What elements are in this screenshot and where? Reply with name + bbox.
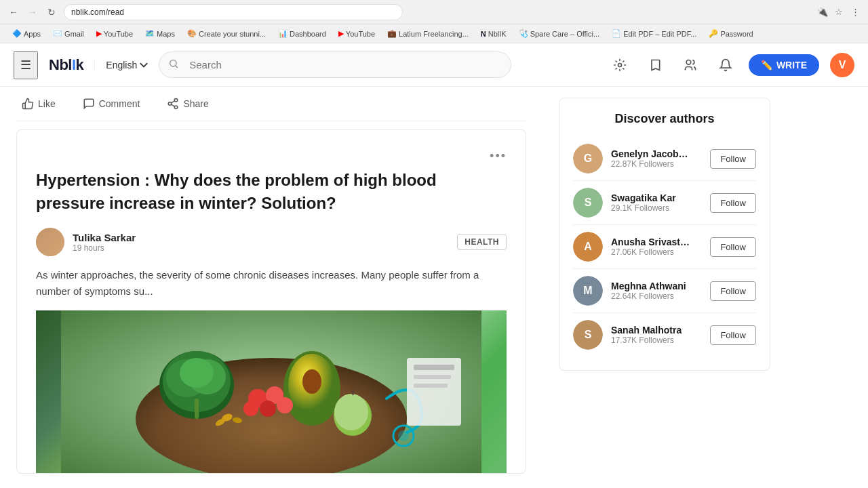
write-button[interactable]: ✏️ WRITE <box>749 54 819 76</box>
back-button[interactable]: ← <box>7 5 20 19</box>
bell-icon <box>719 58 732 72</box>
author-follower-count: 27.06K Followers <box>611 247 702 257</box>
article-title: Hypertension : Why does the problem of h… <box>36 169 507 214</box>
bookmark-create[interactable]: 🎨 Create your stunni... <box>182 28 271 39</box>
extensions-button[interactable]: 🔌 <box>816 6 829 18</box>
author-row: M Meghna Athwani 22.64K Followers Follow <box>573 269 756 313</box>
password-icon: 🔑 <box>709 29 718 38</box>
author-details-0: Genelyn Jacob… 22.87K Followers <box>611 148 702 169</box>
share-icon <box>167 98 179 110</box>
pencil-icon: ✏️ <box>761 60 772 70</box>
comment-icon <box>83 98 95 110</box>
bookmark-password[interactable]: 🔑 Password <box>703 28 758 39</box>
chevron-down-icon <box>140 61 148 69</box>
author-display-name: Swagatika Kar <box>611 192 702 203</box>
more-button[interactable]: ⋮ <box>849 6 861 18</box>
svg-point-19 <box>260 401 276 417</box>
author-follower-count: 22.64K Followers <box>611 291 702 301</box>
create-icon: 🎨 <box>187 29 197 38</box>
language-selector[interactable]: English <box>94 60 148 70</box>
site-header: ☰ NblIk English <box>0 43 868 87</box>
bookmark-nblik[interactable]: N NblIK <box>475 28 512 39</box>
bookmark-icon-button[interactable] <box>643 53 667 77</box>
gmail-icon: ✉️ <box>53 29 62 38</box>
author-display-name: Genelyn Jacob… <box>611 148 702 159</box>
forward-button[interactable]: → <box>26 5 39 19</box>
author-info: Tulika Sarkar 19 hours <box>36 228 136 256</box>
latium-icon: 💼 <box>387 29 397 38</box>
users-icon-button[interactable] <box>678 53 703 77</box>
svg-point-25 <box>398 430 409 441</box>
follow-button-2[interactable]: Follow <box>710 237 756 257</box>
search-input[interactable] <box>159 52 511 78</box>
author-details-2: Anusha Srivast… 27.06K Followers <box>611 237 702 257</box>
article-excerpt: As winter approaches, the severity of so… <box>36 267 507 300</box>
article-image-svg <box>36 310 507 473</box>
bookmark-gmail[interactable]: ✉️ Gmail <box>47 28 90 39</box>
youtube-icon: ▶ <box>96 29 102 38</box>
bookmark-maps[interactable]: 🗺️ Maps <box>140 28 180 39</box>
header-actions: ✏️ WRITE V <box>608 53 854 77</box>
follow-button-3[interactable]: Follow <box>710 281 756 301</box>
author-row: S Swagatika Kar 29.1K Followers Follow <box>573 181 756 225</box>
bookmark-apps[interactable]: 🔷 Apps <box>7 28 46 39</box>
user-avatar-button[interactable]: V <box>830 53 854 77</box>
like-icon <box>22 98 34 110</box>
main-layout: Like Comment Share ••• <box>0 87 868 488</box>
author-row: G Genelyn Jacob… 22.87K Followers Follow <box>573 137 756 181</box>
svg-rect-29 <box>414 384 448 388</box>
article-more-button[interactable]: ••• <box>490 149 507 163</box>
youtube2-icon: ▶ <box>338 29 344 38</box>
article-actions-bar: Like Comment Share <box>16 87 526 121</box>
bookmark-latium[interactable]: 💼 Latium Freelancing... <box>382 28 474 39</box>
users-icon <box>684 58 697 72</box>
author-time: 19 hours <box>73 243 136 253</box>
svg-point-20 <box>243 401 258 416</box>
article-tag: HEALTH <box>457 234 507 250</box>
spare-icon: 🩺 <box>519 29 528 38</box>
bookmark-editpdf[interactable]: 📄 Edit PDF – Edit PDF... <box>606 28 702 39</box>
like-button[interactable]: Like <box>16 95 61 113</box>
author-name: Tulika Sarkar <box>73 232 136 243</box>
pdf-icon: 📄 <box>612 29 621 38</box>
bookmark-spare[interactable]: 🩺 Spare Care – Offici... <box>513 28 606 39</box>
settings-icon-button[interactable] <box>608 53 632 77</box>
share-button[interactable]: Share <box>161 95 214 113</box>
author-details-3: Meghna Athwani 22.64K Followers <box>611 281 702 301</box>
bookmark-youtube1[interactable]: ▶ YouTube <box>91 28 138 39</box>
nblik-icon: N <box>481 30 486 38</box>
author-display-name: Sanah Malhotra <box>611 325 702 336</box>
refresh-button[interactable]: ↻ <box>45 5 58 19</box>
author-follower-count: 22.87K Followers <box>611 159 702 169</box>
svg-rect-27 <box>414 365 454 370</box>
maps-icon: 🗺️ <box>145 29 155 38</box>
follow-button-1[interactable]: Follow <box>710 193 756 213</box>
comment-button[interactable]: Comment <box>77 95 146 113</box>
svg-point-21 <box>277 397 293 413</box>
svg-rect-28 <box>414 375 451 379</box>
follow-button-4[interactable]: Follow <box>710 325 756 345</box>
author-details-4: Sanah Malhotra 17.37K Followers <box>611 325 702 345</box>
author-avatar-small-0: G <box>573 144 603 174</box>
bell-icon-button[interactable] <box>713 53 738 77</box>
author-avatar <box>36 228 64 256</box>
settings-icon <box>613 58 627 72</box>
author-text: Tulika Sarkar 19 hours <box>73 232 136 253</box>
bookmark-button[interactable]: ☆ <box>833 6 845 18</box>
svg-point-1 <box>618 63 621 66</box>
bookmark-dashboard[interactable]: 📊 Dashboard <box>273 28 332 39</box>
follow-button-0[interactable]: Follow <box>710 149 756 169</box>
article-menu: ••• <box>36 149 507 163</box>
search-bar <box>159 52 511 78</box>
svg-point-4 <box>169 102 172 106</box>
bookmarks-bar: 🔷 Apps ✉️ Gmail ▶ YouTube 🗺️ Maps 🎨 Crea… <box>0 24 868 43</box>
address-bar[interactable]: nblik.com/read <box>64 4 403 20</box>
svg-rect-13 <box>195 399 199 419</box>
url-text: nblik.com/read <box>71 7 124 17</box>
hamburger-menu[interactable]: ☰ <box>14 51 38 79</box>
author-avatar-small-4: S <box>573 320 603 350</box>
author-follower-count: 17.37K Followers <box>611 336 702 345</box>
discover-authors-box: Discover authors G Genelyn Jacob… 22.87K… <box>559 98 770 371</box>
bookmark-youtube2[interactable]: ▶ YouTube <box>333 28 380 39</box>
site-logo[interactable]: NblIk <box>49 56 83 74</box>
